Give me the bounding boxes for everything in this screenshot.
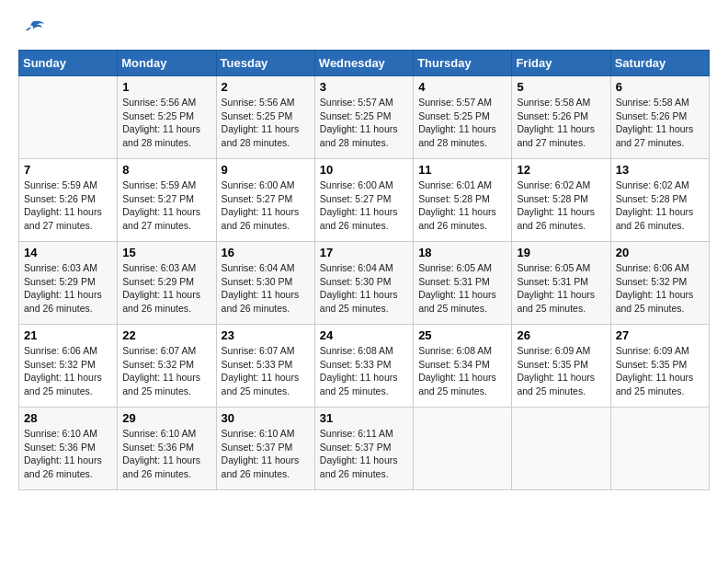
calendar-cell: 14Sunrise: 6:03 AM Sunset: 5:29 PM Dayli… <box>19 242 118 325</box>
calendar-cell <box>610 408 709 490</box>
day-info: Sunrise: 6:04 AM Sunset: 5:30 PM Dayligh… <box>222 261 310 316</box>
day-number: 10 <box>320 163 408 177</box>
weekday-header: Thursday <box>414 51 512 76</box>
page-header <box>18 18 710 40</box>
day-number: 13 <box>616 163 704 177</box>
day-info: Sunrise: 6:07 AM Sunset: 5:33 PM Dayligh… <box>222 344 310 398</box>
day-number: 30 <box>222 411 310 425</box>
calendar-cell: 11Sunrise: 6:01 AM Sunset: 5:28 PM Dayli… <box>414 159 512 242</box>
day-number: 2 <box>222 80 310 94</box>
calendar-cell: 3Sunrise: 5:57 AM Sunset: 5:25 PM Daylig… <box>314 76 413 159</box>
day-number: 8 <box>122 163 210 177</box>
calendar-cell: 9Sunrise: 6:00 AM Sunset: 5:27 PM Daylig… <box>216 159 314 242</box>
day-info: Sunrise: 6:04 AM Sunset: 5:30 PM Dayligh… <box>320 261 408 316</box>
day-number: 16 <box>222 246 310 259</box>
calendar-cell: 23Sunrise: 6:07 AM Sunset: 5:33 PM Dayli… <box>216 325 314 408</box>
day-info: Sunrise: 6:03 AM Sunset: 5:29 PM Dayligh… <box>24 261 112 316</box>
calendar-cell: 28Sunrise: 6:10 AM Sunset: 5:36 PM Dayli… <box>19 408 118 490</box>
day-info: Sunrise: 5:56 AM Sunset: 5:25 PM Dayligh… <box>222 96 310 150</box>
day-number: 4 <box>418 80 506 94</box>
day-number: 11 <box>418 163 506 177</box>
calendar-table: SundayMondayTuesdayWednesdayThursdayFrid… <box>18 50 710 490</box>
day-info: Sunrise: 6:02 AM Sunset: 5:28 PM Dayligh… <box>517 178 605 233</box>
day-info: Sunrise: 6:00 AM Sunset: 5:27 PM Dayligh… <box>222 178 310 233</box>
calendar-cell: 2Sunrise: 5:56 AM Sunset: 5:25 PM Daylig… <box>216 76 314 159</box>
weekday-header: Monday <box>118 51 216 76</box>
calendar-cell: 20Sunrise: 6:06 AM Sunset: 5:32 PM Dayli… <box>610 242 709 325</box>
calendar-cell: 1Sunrise: 5:56 AM Sunset: 5:25 PM Daylig… <box>118 76 216 159</box>
calendar-cell: 15Sunrise: 6:03 AM Sunset: 5:29 PM Dayli… <box>118 242 216 325</box>
calendar-cell: 8Sunrise: 5:59 AM Sunset: 5:27 PM Daylig… <box>118 159 216 242</box>
day-info: Sunrise: 5:57 AM Sunset: 5:25 PM Dayligh… <box>418 96 506 150</box>
weekday-header: Tuesday <box>216 51 314 76</box>
calendar-cell: 19Sunrise: 6:05 AM Sunset: 5:31 PM Dayli… <box>512 242 610 325</box>
day-number: 29 <box>122 411 210 425</box>
calendar-cell: 24Sunrise: 6:08 AM Sunset: 5:33 PM Dayli… <box>314 325 413 408</box>
calendar-cell: 16Sunrise: 6:04 AM Sunset: 5:30 PM Dayli… <box>216 242 314 325</box>
calendar-cell: 13Sunrise: 6:02 AM Sunset: 5:28 PM Dayli… <box>610 159 709 242</box>
day-info: Sunrise: 6:10 AM Sunset: 5:37 PM Dayligh… <box>222 427 310 481</box>
calendar-cell: 30Sunrise: 6:10 AM Sunset: 5:37 PM Dayli… <box>216 408 314 490</box>
day-info: Sunrise: 5:58 AM Sunset: 5:26 PM Dayligh… <box>616 96 704 150</box>
logo-icon <box>18 18 46 40</box>
logo <box>18 18 50 40</box>
day-info: Sunrise: 6:07 AM Sunset: 5:32 PM Dayligh… <box>122 344 210 398</box>
day-number: 23 <box>222 328 310 342</box>
day-info: Sunrise: 6:00 AM Sunset: 5:27 PM Dayligh… <box>320 178 408 233</box>
day-info: Sunrise: 6:02 AM Sunset: 5:28 PM Dayligh… <box>616 178 704 233</box>
day-number: 28 <box>24 411 112 425</box>
calendar-cell: 31Sunrise: 6:11 AM Sunset: 5:37 PM Dayli… <box>314 408 413 490</box>
day-number: 31 <box>320 411 408 425</box>
day-number: 3 <box>320 80 408 94</box>
calendar-cell: 27Sunrise: 6:09 AM Sunset: 5:35 PM Dayli… <box>610 325 709 408</box>
calendar-cell: 26Sunrise: 6:09 AM Sunset: 5:35 PM Dayli… <box>512 325 610 408</box>
calendar-cell: 10Sunrise: 6:00 AM Sunset: 5:27 PM Dayli… <box>314 159 413 242</box>
calendar-cell: 12Sunrise: 6:02 AM Sunset: 5:28 PM Dayli… <box>512 159 610 242</box>
day-number: 22 <box>122 328 210 342</box>
day-number: 9 <box>222 163 310 177</box>
weekday-header: Saturday <box>610 51 709 76</box>
day-number: 7 <box>24 163 112 177</box>
day-number: 26 <box>517 328 605 342</box>
day-info: Sunrise: 6:08 AM Sunset: 5:33 PM Dayligh… <box>320 344 408 398</box>
calendar-cell <box>414 408 512 490</box>
day-info: Sunrise: 6:08 AM Sunset: 5:34 PM Dayligh… <box>418 344 506 398</box>
calendar-cell <box>19 76 118 159</box>
weekday-header: Friday <box>512 51 610 76</box>
weekday-header-row: SundayMondayTuesdayWednesdayThursdayFrid… <box>19 51 710 76</box>
day-info: Sunrise: 6:10 AM Sunset: 5:36 PM Dayligh… <box>122 427 210 481</box>
calendar-week-row: 7Sunrise: 5:59 AM Sunset: 5:26 PM Daylig… <box>19 159 710 242</box>
day-number: 21 <box>24 328 112 342</box>
calendar-week-row: 14Sunrise: 6:03 AM Sunset: 5:29 PM Dayli… <box>19 242 710 325</box>
day-info: Sunrise: 6:05 AM Sunset: 5:31 PM Dayligh… <box>517 261 605 316</box>
day-info: Sunrise: 6:01 AM Sunset: 5:28 PM Dayligh… <box>418 178 506 233</box>
day-number: 5 <box>517 80 605 94</box>
day-info: Sunrise: 5:58 AM Sunset: 5:26 PM Dayligh… <box>517 96 605 150</box>
day-number: 1 <box>122 80 210 94</box>
day-number: 6 <box>616 80 704 94</box>
day-number: 25 <box>418 328 506 342</box>
calendar-cell: 29Sunrise: 6:10 AM Sunset: 5:36 PM Dayli… <box>118 408 216 490</box>
weekday-header: Sunday <box>19 51 118 76</box>
day-info: Sunrise: 6:10 AM Sunset: 5:36 PM Dayligh… <box>24 427 112 481</box>
day-info: Sunrise: 6:03 AM Sunset: 5:29 PM Dayligh… <box>122 261 210 316</box>
day-info: Sunrise: 6:06 AM Sunset: 5:32 PM Dayligh… <box>616 261 704 316</box>
calendar-week-row: 28Sunrise: 6:10 AM Sunset: 5:36 PM Dayli… <box>19 408 710 490</box>
calendar-cell: 21Sunrise: 6:06 AM Sunset: 5:32 PM Dayli… <box>19 325 118 408</box>
day-number: 20 <box>616 246 704 259</box>
day-info: Sunrise: 5:56 AM Sunset: 5:25 PM Dayligh… <box>122 96 210 150</box>
day-info: Sunrise: 6:09 AM Sunset: 5:35 PM Dayligh… <box>517 344 605 398</box>
day-number: 19 <box>517 246 605 259</box>
day-info: Sunrise: 6:09 AM Sunset: 5:35 PM Dayligh… <box>616 344 704 398</box>
calendar-cell: 6Sunrise: 5:58 AM Sunset: 5:26 PM Daylig… <box>610 76 709 159</box>
calendar-cell: 4Sunrise: 5:57 AM Sunset: 5:25 PM Daylig… <box>414 76 512 159</box>
day-info: Sunrise: 5:57 AM Sunset: 5:25 PM Dayligh… <box>320 96 408 150</box>
day-info: Sunrise: 5:59 AM Sunset: 5:26 PM Dayligh… <box>24 178 112 233</box>
day-number: 27 <box>616 328 704 342</box>
day-number: 14 <box>24 246 112 259</box>
calendar-cell: 17Sunrise: 6:04 AM Sunset: 5:30 PM Dayli… <box>314 242 413 325</box>
day-number: 15 <box>122 246 210 259</box>
calendar-week-row: 1Sunrise: 5:56 AM Sunset: 5:25 PM Daylig… <box>19 76 710 159</box>
day-info: Sunrise: 6:11 AM Sunset: 5:37 PM Dayligh… <box>320 427 408 481</box>
calendar-cell: 22Sunrise: 6:07 AM Sunset: 5:32 PM Dayli… <box>118 325 216 408</box>
